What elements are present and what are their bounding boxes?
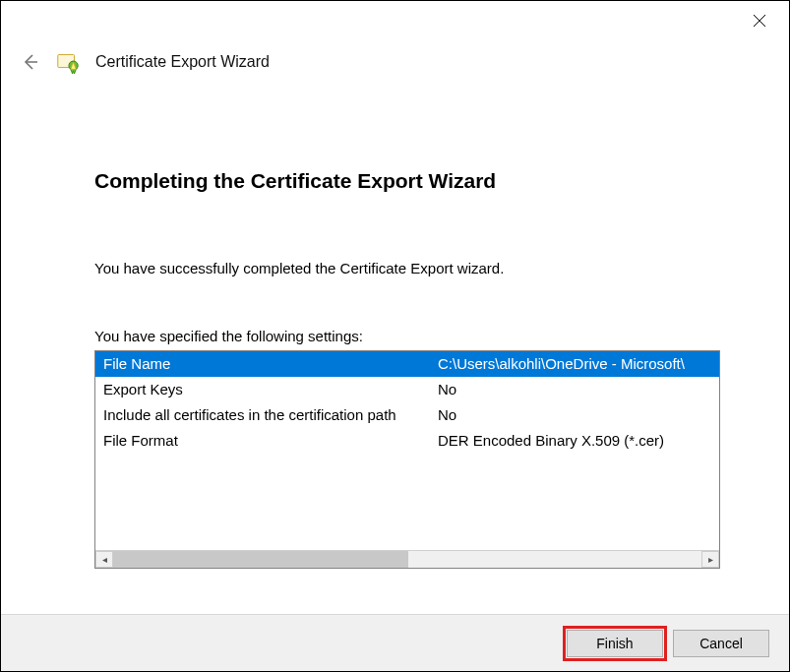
wizard-header: Certificate Export Wizard xyxy=(1,40,789,95)
table-row[interactable]: Export Keys No xyxy=(95,377,719,402)
scroll-thumb[interactable] xyxy=(113,551,408,568)
setting-value: No xyxy=(438,377,711,402)
close-button[interactable] xyxy=(737,6,781,35)
back-button[interactable] xyxy=(19,51,40,73)
cancel-button[interactable]: Cancel xyxy=(673,630,769,657)
setting-key: File Format xyxy=(103,428,438,454)
wizard-title: Certificate Export Wizard xyxy=(95,53,270,71)
success-message: You have successfully completed the Cert… xyxy=(94,260,720,276)
titlebar xyxy=(1,1,789,40)
back-arrow-icon xyxy=(21,53,38,71)
wizard-window: Certificate Export Wizard Completing the… xyxy=(0,0,790,672)
certificate-wizard-icon xyxy=(54,48,82,76)
settings-listview[interactable]: File Name C:\Users\alkohli\OneDrive - Mi… xyxy=(94,350,720,569)
table-row[interactable]: File Name C:\Users\alkohli\OneDrive - Mi… xyxy=(95,351,719,377)
setting-value: No xyxy=(438,402,711,428)
wizard-content: Completing the Certificate Export Wizard… xyxy=(1,95,789,588)
scroll-track[interactable] xyxy=(113,551,701,568)
settings-rows: File Name C:\Users\alkohli\OneDrive - Mi… xyxy=(95,351,719,550)
settings-label: You have specified the following setting… xyxy=(94,328,720,344)
scroll-left-button[interactable]: ◂ xyxy=(95,551,113,568)
setting-key: Export Keys xyxy=(103,377,438,402)
page-heading: Completing the Certificate Export Wizard xyxy=(94,169,720,193)
finish-button[interactable]: Finish xyxy=(567,630,663,657)
setting-key: Include all certificates in the certific… xyxy=(103,402,438,428)
table-row[interactable]: File Format DER Encoded Binary X.509 (*.… xyxy=(95,428,719,454)
scroll-right-button[interactable]: ▸ xyxy=(701,551,719,568)
wizard-footer: Finish Cancel xyxy=(1,614,789,671)
chevron-left-icon: ◂ xyxy=(102,554,107,565)
setting-value: DER Encoded Binary X.509 (*.cer) xyxy=(438,428,711,454)
table-row[interactable]: Include all certificates in the certific… xyxy=(95,402,719,428)
close-icon xyxy=(753,14,766,28)
setting-key: File Name xyxy=(103,351,438,377)
chevron-right-icon: ▸ xyxy=(708,554,713,565)
setting-value: C:\Users\alkohli\OneDrive - Microsoft\ xyxy=(438,351,711,377)
horizontal-scrollbar[interactable]: ◂ ▸ xyxy=(95,550,719,568)
